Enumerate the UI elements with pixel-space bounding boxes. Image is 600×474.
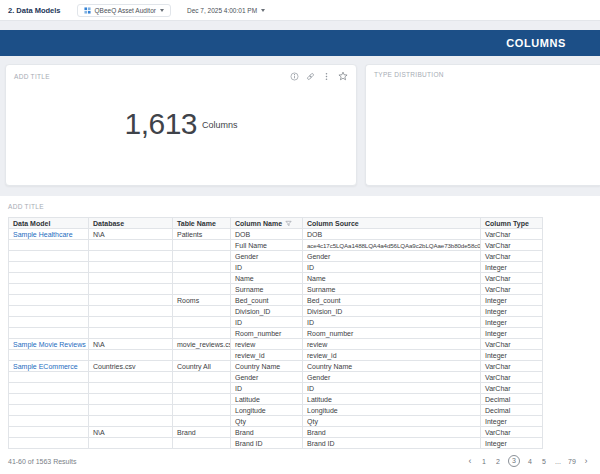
counter-value: 1,613 bbox=[124, 107, 197, 141]
table-cell: Name bbox=[303, 273, 481, 284]
table-cell: Brand ID bbox=[303, 438, 481, 449]
column-header-column-name[interactable]: Column Name bbox=[231, 218, 303, 229]
filter-icon[interactable] bbox=[285, 220, 292, 227]
table-cell: VarChar bbox=[481, 240, 543, 251]
timestamp-selector[interactable]: Dec 7, 2025 4:00:01 PM bbox=[187, 7, 265, 14]
column-header-database[interactable]: Database bbox=[89, 218, 173, 229]
table-cell: Surname bbox=[303, 284, 481, 295]
table-cell: ace4c17c5LQAa1488LQA4a4d56LQAa9c2bLQAae7… bbox=[303, 240, 481, 251]
table-cell: Integer bbox=[481, 350, 543, 361]
table-cell bbox=[9, 383, 89, 394]
table-cell: DOB bbox=[303, 229, 481, 240]
table-cell: Gender bbox=[303, 372, 481, 383]
table-cell bbox=[173, 317, 231, 328]
table-cell bbox=[89, 405, 173, 416]
table-cell bbox=[173, 284, 231, 295]
table-cell bbox=[173, 350, 231, 361]
page-number[interactable]: 4 bbox=[526, 458, 534, 465]
table-cell: VarChar bbox=[481, 229, 543, 240]
data-model-link[interactable]: Sample Healthcare bbox=[9, 229, 89, 240]
table-row: Sample ECommerceCountries.csvCountry All… bbox=[9, 361, 543, 372]
column-header-table-name[interactable]: Table Name bbox=[173, 218, 231, 229]
grid-icon bbox=[84, 7, 91, 14]
page-number[interactable]: 2 bbox=[494, 458, 502, 465]
table-cell: Integer bbox=[481, 328, 543, 339]
table-cell: Integer bbox=[481, 295, 543, 306]
prev-page-icon[interactable]: ‹ bbox=[466, 458, 474, 465]
table-cell: Bed_count bbox=[231, 295, 303, 306]
asset-selector[interactable]: QBeeQ Asset Auditor bbox=[77, 4, 171, 17]
column-header-label: Column Type bbox=[485, 220, 529, 227]
topbar: 2. Data Models QBeeQ Asset Auditor Dec 7… bbox=[0, 0, 600, 21]
current-page[interactable]: 3 bbox=[508, 455, 520, 467]
table-cell: ID bbox=[303, 383, 481, 394]
table-row: IDIDVarChar bbox=[9, 383, 543, 394]
table-cell bbox=[9, 416, 89, 427]
table-cell bbox=[89, 284, 173, 295]
link-icon[interactable] bbox=[306, 72, 315, 81]
kebab-menu-icon[interactable] bbox=[322, 72, 331, 81]
table-cell: Division_ID bbox=[303, 306, 481, 317]
table-cell bbox=[9, 372, 89, 383]
table-row: QtyQtyInteger bbox=[9, 416, 543, 427]
table-cell bbox=[173, 383, 231, 394]
table-cell: Bed_count bbox=[303, 295, 481, 306]
table-cell: Country All bbox=[173, 361, 231, 372]
column-header-label: Column Source bbox=[307, 220, 359, 227]
table-cell: Latitude bbox=[303, 394, 481, 405]
table-cell: Longitude bbox=[231, 405, 303, 416]
data-model-link[interactable]: Sample Movie Reviews bbox=[9, 339, 89, 350]
table-cell bbox=[89, 262, 173, 273]
table-cell: review bbox=[231, 339, 303, 350]
table-row: IDIDInteger bbox=[9, 262, 543, 273]
table-cell bbox=[89, 295, 173, 306]
table-cell bbox=[89, 240, 173, 251]
column-header-label: Table Name bbox=[177, 220, 216, 227]
star-icon[interactable] bbox=[338, 71, 348, 81]
info-icon[interactable] bbox=[290, 72, 299, 81]
table-cell bbox=[89, 372, 173, 383]
widget-title: ADD TITLE bbox=[14, 73, 50, 80]
next-page-icon[interactable]: › bbox=[582, 458, 590, 465]
table-row: LongitudeLongitudeDecimal bbox=[9, 405, 543, 416]
table-cell: VarChar bbox=[481, 427, 543, 438]
table-cell: Country Name bbox=[303, 361, 481, 372]
table-cell: VarChar bbox=[481, 372, 543, 383]
table-cell bbox=[9, 394, 89, 405]
column-header-label: Database bbox=[93, 220, 124, 227]
table-cell bbox=[173, 240, 231, 251]
columns-counter-widget: ADD TITLE 1,613 Columns bbox=[5, 64, 357, 186]
table-cell: Division_ID bbox=[231, 306, 303, 317]
table-cell: VarChar bbox=[481, 284, 543, 295]
table-cell: Name bbox=[231, 273, 303, 284]
table-cell bbox=[173, 438, 231, 449]
column-header-column-type[interactable]: Column Type bbox=[481, 218, 543, 229]
page-number[interactable]: 1 bbox=[480, 458, 488, 465]
table-cell: Integer bbox=[481, 416, 543, 427]
table-cell: N\A bbox=[89, 229, 173, 240]
widget-title: TYPE DISTRIBUTION bbox=[374, 71, 444, 78]
page-title[interactable]: 2. Data Models bbox=[8, 6, 61, 15]
page-number[interactable]: 79 bbox=[568, 458, 576, 465]
table-cell: Full Name bbox=[231, 240, 303, 251]
table-row: RoomsBed_countBed_countInteger bbox=[9, 295, 543, 306]
columns-table: Data Model Database Table Name Column Na… bbox=[8, 217, 543, 449]
table-cell: Qty bbox=[303, 416, 481, 427]
table-cell: Integer bbox=[481, 262, 543, 273]
table-cell: Room_number bbox=[303, 328, 481, 339]
column-header-label: Data Model bbox=[13, 220, 50, 227]
table-cell bbox=[173, 328, 231, 339]
table-cell: movie_reviews.csv bbox=[173, 339, 231, 350]
data-model-link[interactable]: Sample ECommerce bbox=[9, 361, 89, 372]
table-cell bbox=[173, 262, 231, 273]
table-cell: Brand bbox=[303, 427, 481, 438]
column-header-column-source[interactable]: Column Source bbox=[303, 218, 481, 229]
table-cell bbox=[89, 350, 173, 361]
column-header-data-model[interactable]: Data Model bbox=[9, 218, 89, 229]
table-cell: Brand ID bbox=[231, 438, 303, 449]
page-number[interactable]: 5 bbox=[540, 458, 548, 465]
table-row: N\ABrandBrandBrandVarChar bbox=[9, 427, 543, 438]
chevron-down-icon bbox=[160, 9, 164, 12]
table-row: GenderGenderVarChar bbox=[9, 372, 543, 383]
table-cell bbox=[9, 438, 89, 449]
